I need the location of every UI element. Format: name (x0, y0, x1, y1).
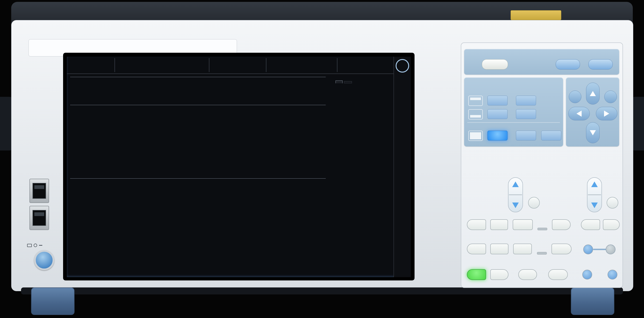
current-range-down-icon (591, 202, 598, 208)
esc-button[interactable] (569, 91, 582, 103)
usb-port-1[interactable] (30, 179, 49, 203)
voltage-range-down-icon (512, 202, 519, 208)
set-button[interactable] (604, 91, 617, 103)
down-arrow-icon (590, 130, 596, 135)
display-numeric-half-button[interactable] (488, 96, 508, 105)
left-arrow-icon (576, 111, 582, 117)
local-link-line (593, 249, 606, 250)
full-screen-icon (468, 131, 483, 141)
measurement-table-block1 (70, 105, 326, 105)
display-numeric-button[interactable] (488, 131, 508, 141)
utility-button[interactable] (583, 245, 593, 254)
integration-start-button[interactable] (490, 244, 508, 254)
current-range-up-icon (591, 181, 598, 187)
null-button[interactable] (518, 269, 537, 280)
screen (67, 57, 411, 277)
split-screen-upper-icon (468, 96, 483, 106)
right-arrow-button[interactable] (596, 107, 617, 120)
right-arrow-icon (604, 111, 609, 117)
current-auto-button[interactable] (606, 197, 618, 209)
left-foot (31, 288, 74, 315)
measurement-table-header (70, 77, 326, 77)
tab-options[interactable] (344, 81, 352, 83)
key-lock-button[interactable] (608, 270, 617, 280)
display-numeric-half2-button[interactable] (488, 109, 508, 119)
voltage-auto-button[interactable] (528, 197, 540, 209)
status-bar (67, 57, 394, 74)
store-error-indicator (538, 228, 547, 230)
elements-panel (336, 74, 392, 83)
current-range-rocker[interactable] (587, 177, 602, 212)
integration-stop-button[interactable] (513, 244, 532, 254)
warning-sticker (510, 10, 561, 20)
up-arrow-icon (590, 91, 596, 96)
usb-port-2[interactable] (30, 206, 49, 230)
navigation-section (566, 77, 619, 147)
down-arrow-button[interactable] (586, 122, 600, 143)
store-pause-button[interactable] (513, 219, 533, 230)
setup-menu-button[interactable] (482, 59, 508, 70)
power-symbols (27, 244, 42, 247)
datasave-menu-button[interactable] (581, 219, 600, 230)
remote-button[interactable] (606, 245, 616, 254)
voltage-range-up-icon (512, 181, 519, 187)
divider (209, 58, 209, 72)
power-button[interactable] (34, 250, 54, 270)
measurement-table-block2 (70, 178, 326, 179)
integration-menu-button[interactable] (467, 244, 486, 254)
divider (467, 122, 560, 123)
touch-lock-button[interactable] (582, 270, 592, 280)
save-button[interactable] (556, 59, 580, 70)
voltage-range-rocker[interactable] (508, 177, 523, 212)
help-button[interactable] (396, 59, 409, 73)
elements-panel-tabs (336, 74, 392, 83)
store-end-button[interactable] (552, 219, 571, 230)
front-panel (461, 42, 623, 288)
integration-reset-button[interactable] (552, 244, 572, 254)
load-button[interactable] (588, 59, 613, 70)
display-graph-half-button[interactable] (516, 96, 536, 105)
left-arrow-button[interactable] (568, 107, 590, 120)
hold-button[interactable] (467, 269, 486, 280)
divider (114, 58, 115, 72)
store-rec-button[interactable] (490, 219, 508, 230)
display-graph-half2-button[interactable] (516, 109, 536, 119)
divider (337, 58, 338, 72)
bottom-edge (21, 288, 623, 295)
cal-button[interactable] (548, 269, 568, 280)
datasave-exec-button[interactable] (603, 219, 620, 230)
divider (509, 195, 522, 195)
single-button[interactable] (490, 269, 508, 280)
divider (588, 195, 601, 195)
tab-elements[interactable] (336, 80, 342, 83)
display-graph-button[interactable] (516, 131, 536, 141)
integration-error-indicator (537, 252, 547, 255)
up-arrow-button[interactable] (586, 83, 600, 105)
screen-sidebar (394, 57, 411, 277)
split-screen-lower-icon (468, 109, 483, 120)
right-foot (571, 288, 614, 315)
store-menu-button[interactable] (467, 219, 486, 230)
setup-section (464, 49, 619, 75)
page-selector (326, 78, 334, 271)
display-custom-button[interactable] (541, 131, 561, 141)
display-section (464, 77, 563, 147)
divider (266, 58, 266, 72)
